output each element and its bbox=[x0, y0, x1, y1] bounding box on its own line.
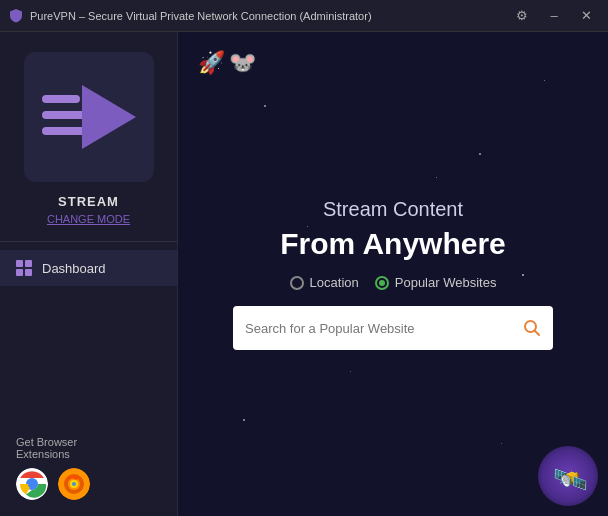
svg-marker-3 bbox=[82, 85, 136, 149]
sidebar: STREAM CHANGE MODE Dashboard Get Browser… bbox=[0, 32, 178, 516]
stream-icon bbox=[34, 67, 144, 167]
main-content: 🚀 🐭 🛰️ Stream Content From Anywhere Loca… bbox=[178, 32, 608, 516]
sidebar-divider bbox=[0, 241, 177, 242]
settings-button[interactable]: ⚙ bbox=[508, 6, 536, 26]
svg-line-13 bbox=[535, 331, 540, 336]
close-button[interactable]: ✕ bbox=[572, 6, 600, 26]
svg-point-11 bbox=[72, 482, 76, 486]
radio-label-popular: Popular Websites bbox=[395, 275, 497, 290]
titlebar-left: PureVPN – Secure Virtual Private Network… bbox=[8, 8, 372, 24]
browser-ext-label: Get BrowserExtensions bbox=[16, 436, 77, 460]
radio-option-location[interactable]: Location bbox=[290, 275, 359, 290]
radio-option-popular[interactable]: Popular Websites bbox=[375, 275, 497, 290]
titlebar: PureVPN – Secure Virtual Private Network… bbox=[0, 0, 608, 32]
app-container: STREAM CHANGE MODE Dashboard Get Browser… bbox=[0, 32, 608, 516]
search-input[interactable] bbox=[245, 321, 523, 336]
sidebar-item-dashboard-label: Dashboard bbox=[42, 261, 106, 276]
mode-icon-container bbox=[24, 52, 154, 182]
radio-dot-location bbox=[290, 276, 304, 290]
chrome-icon[interactable] bbox=[16, 468, 48, 500]
mode-label: STREAM bbox=[58, 194, 119, 209]
svg-rect-2 bbox=[42, 127, 86, 135]
top-icons: 🚀 🐭 bbox=[198, 50, 256, 76]
content-center: Stream Content From Anywhere Location Po… bbox=[233, 198, 553, 350]
headline-subtitle: Stream Content bbox=[323, 198, 463, 221]
satellite-area: 🛰️ bbox=[553, 463, 588, 496]
minimize-button[interactable]: – bbox=[540, 6, 568, 26]
search-box bbox=[233, 306, 553, 350]
shield-icon bbox=[8, 8, 24, 24]
browser-icons bbox=[16, 468, 90, 500]
dashboard-icon bbox=[16, 260, 32, 276]
svg-point-6 bbox=[28, 480, 36, 488]
change-mode-link[interactable]: CHANGE MODE bbox=[47, 213, 130, 225]
search-icon bbox=[523, 319, 541, 337]
radio-group: Location Popular Websites bbox=[290, 275, 497, 290]
sidebar-item-dashboard[interactable]: Dashboard bbox=[0, 250, 177, 286]
astronaut-icon: 🐭 bbox=[229, 50, 256, 76]
headline-title: From Anywhere bbox=[280, 227, 506, 261]
titlebar-controls: ⚙ – ✕ bbox=[508, 6, 600, 26]
sidebar-bottom: Get BrowserExtensions bbox=[0, 436, 177, 500]
satellite-icon: 🛰️ bbox=[553, 464, 588, 495]
radio-dot-popular bbox=[375, 276, 389, 290]
svg-rect-0 bbox=[42, 95, 80, 103]
titlebar-title: PureVPN – Secure Virtual Private Network… bbox=[30, 10, 372, 22]
rocket-icon: 🚀 bbox=[198, 50, 225, 76]
search-button[interactable] bbox=[523, 319, 541, 337]
radio-label-location: Location bbox=[310, 275, 359, 290]
firefox-icon[interactable] bbox=[58, 468, 90, 500]
